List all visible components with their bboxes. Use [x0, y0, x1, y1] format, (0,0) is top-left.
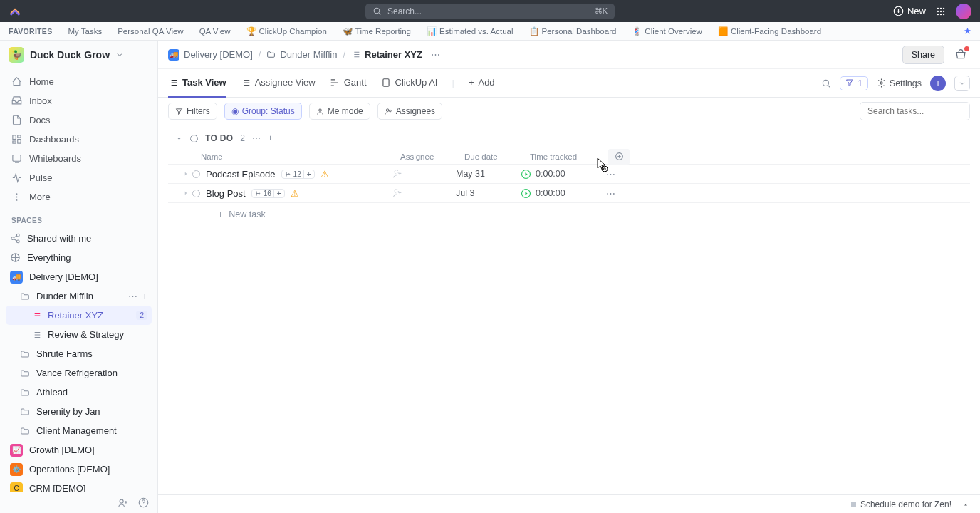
add-subtask[interactable]: +: [273, 190, 281, 197]
fav-item[interactable]: My Tasks: [68, 27, 102, 36]
col-name[interactable]: Name: [201, 152, 400, 161]
tab-ai[interactable]: ClickUp AI: [381, 69, 438, 98]
pin-icon[interactable]: [964, 27, 971, 35]
fav-item[interactable]: 🦋Time Reporting: [343, 26, 411, 36]
task-name[interactable]: Podcast Episode: [206, 169, 276, 180]
filter-indicator[interactable]: 1: [840, 76, 868, 90]
add-view-button[interactable]: +Add: [469, 69, 495, 98]
assignee-cell[interactable]: [392, 187, 456, 199]
apps-icon[interactable]: [936, 6, 946, 16]
subtask-count[interactable]: 12+: [281, 170, 315, 179]
add-task-button[interactable]: +: [930, 76, 946, 91]
tray-button[interactable]: [952, 46, 970, 64]
search-icon: [372, 6, 382, 16]
invite-icon[interactable]: [118, 497, 128, 508]
app-logo[interactable]: [9, 5, 21, 18]
nav-docs[interactable]: Docs: [6, 110, 152, 130]
crumb-list[interactable]: Retainer XYZ: [351, 49, 422, 60]
due-date[interactable]: May 31: [456, 169, 521, 179]
group-chip[interactable]: ◉Group: Status: [224, 103, 302, 120]
expand-caret-icon[interactable]: [182, 170, 189, 177]
nav-home[interactable]: Home: [6, 72, 152, 91]
add-column-button[interactable]: [608, 149, 630, 165]
status-toggle[interactable]: [192, 170, 200, 178]
help-icon[interactable]: [138, 497, 149, 508]
fav-item[interactable]: QA View: [199, 27, 231, 36]
search-icon[interactable]: [821, 78, 831, 88]
col-assignee[interactable]: Assignee: [400, 152, 464, 161]
sidebar-folder[interactable]: Vance Refrigeration: [6, 363, 152, 383]
sidebar-space[interactable]: 📈Growth [DEMO]: [6, 440, 152, 460]
time-tracked[interactable]: 0:00:00: [521, 169, 600, 179]
fav-item[interactable]: 🏆ClickUp Champion: [246, 26, 327, 36]
sidebar-folder[interactable]: Shrute Farms: [6, 344, 152, 363]
row-actions[interactable]: ⋯: [600, 188, 621, 199]
plus-icon[interactable]: +: [142, 291, 147, 301]
list-icon: [351, 50, 360, 59]
status-toggle[interactable]: [192, 190, 200, 197]
row-actions[interactable]: ⋯: [600, 169, 621, 180]
due-date[interactable]: Jul 3: [456, 188, 521, 198]
sidebar-folder-dunder[interactable]: Dunder Mifflin⋯+: [6, 286, 152, 306]
time-tracked[interactable]: 0:00:00: [521, 188, 600, 198]
tab-task-view[interactable]: Task View: [168, 69, 226, 98]
more-icon[interactable]: ⋯: [252, 133, 261, 143]
assignees-chip[interactable]: Assignees: [377, 103, 442, 120]
expand-button[interactable]: [954, 76, 970, 91]
pin-icon[interactable]: [961, 500, 970, 509]
col-due[interactable]: Due date: [464, 152, 530, 161]
nav-inbox[interactable]: Inbox: [6, 91, 152, 110]
assignee-cell[interactable]: [392, 168, 456, 180]
user-avatar[interactable]: [956, 4, 971, 19]
sidebar-shared[interactable]: Shared with me: [6, 229, 152, 248]
task-name[interactable]: Blog Post: [206, 188, 246, 199]
filters-chip[interactable]: Filters: [168, 103, 217, 120]
play-icon[interactable]: [521, 189, 531, 198]
sidebar-folder[interactable]: Serenity by Jan: [6, 402, 152, 421]
sidebar-folder[interactable]: Athlead: [6, 383, 152, 402]
more-icon[interactable]: ⋯: [128, 291, 137, 301]
crumb-space[interactable]: 🚚Delivery [DEMO]: [168, 49, 253, 61]
nav-more[interactable]: More: [6, 187, 152, 207]
collapse-icon[interactable]: [175, 135, 183, 142]
me-mode-chip[interactable]: Me mode: [309, 103, 370, 120]
global-search[interactable]: Search... ⌘K: [365, 4, 615, 19]
expand-caret-icon[interactable]: [182, 190, 189, 197]
nav-whiteboards[interactable]: Whiteboards: [6, 149, 152, 168]
subtask-count[interactable]: 16+: [251, 189, 285, 198]
search-tasks-input[interactable]: [860, 102, 970, 120]
play-icon[interactable]: [521, 170, 531, 179]
col-time[interactable]: Time tracked: [530, 152, 608, 161]
tab-assignee-view[interactable]: Assignee View: [241, 69, 316, 98]
fav-item[interactable]: 📊Estimated vs. Actual: [427, 26, 514, 36]
fav-item[interactable]: 🟧Client-Facing Dashboard: [718, 26, 821, 36]
fav-item[interactable]: 📋Personal Dashboard: [529, 26, 617, 36]
sidebar-space[interactable]: CCRM [DEMO]: [6, 479, 152, 492]
reminder-chip[interactable]: Schedule demo for Zen!: [851, 499, 952, 509]
new-task-button[interactable]: +New task: [168, 203, 970, 226]
sidebar-space-delivery[interactable]: 🚚Delivery [DEMO]: [6, 267, 152, 286]
new-button[interactable]: New: [893, 6, 926, 16]
more-icon[interactable]: ⋯: [431, 49, 440, 60]
nav-pulse[interactable]: Pulse: [6, 168, 152, 187]
add-subtask[interactable]: +: [303, 170, 311, 178]
status-group-header[interactable]: TO DO 2 ⋯ +: [168, 125, 970, 149]
fav-item[interactable]: Personal QA View: [118, 27, 183, 36]
task-row[interactable]: Blog Post 16+ ⚠ Jul 3 0:00:00 ⋯: [168, 184, 970, 203]
share-button[interactable]: Share: [902, 46, 944, 64]
crumb-folder[interactable]: Dunder Mifflin: [266, 49, 337, 60]
sidebar-list-retainer[interactable]: Retainer XYZ2: [6, 306, 152, 325]
sidebar-everything[interactable]: Everything: [6, 248, 152, 267]
sidebar-folder[interactable]: Client Management: [6, 421, 152, 440]
task-row[interactable]: Podcast Episode 12+ ⚠ May 31 0:00:00 ⋯: [168, 165, 970, 184]
sidebar-space[interactable]: ⚙️Operations [DEMO]: [6, 460, 152, 479]
plus-icon[interactable]: +: [268, 133, 273, 143]
nav-dashboards[interactable]: Dashboards: [6, 130, 152, 149]
workspace-switcher[interactable]: 🦆 Duck Duck Grow: [0, 41, 157, 69]
sidebar-list-review[interactable]: Review & Strategy: [6, 325, 152, 344]
tab-gantt[interactable]: Gantt: [330, 69, 367, 98]
favorites-bar: FAVORITES My Tasks Personal QA View QA V…: [0, 22, 980, 41]
fav-item[interactable]: 💈Client Overview: [632, 26, 702, 36]
svg-point-21: [16, 240, 19, 243]
view-settings[interactable]: Settings: [877, 78, 922, 88]
